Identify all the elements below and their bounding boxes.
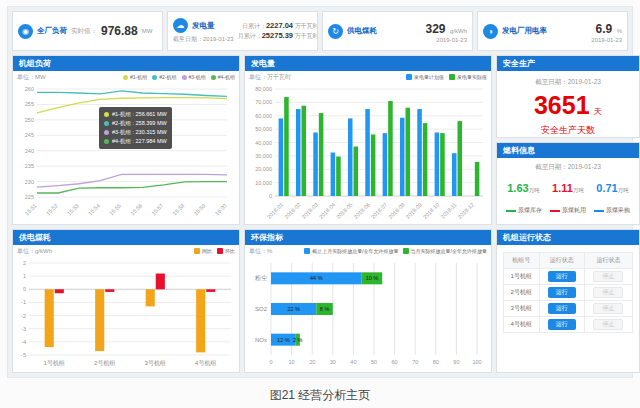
svg-text:50: 50 [371,359,377,365]
svg-text:225: 225 [25,194,34,200]
svg-text:2018-12: 2018-12 [457,201,476,220]
coal-bar-chart[interactable]: -5-4-3-2-10121号机组2号机组3号机组4号机组 [13,257,235,369]
svg-text:15:57: 15:57 [150,202,164,216]
stop-status-badge[interactable]: 停止 [593,271,623,282]
svg-text:2018-04: 2018-04 [318,201,337,220]
environment-legend: 截止上月实际排放总量/全年允许排放量当月实际排放总量/全年允许排放量 [304,248,487,254]
legend-label: #1-机组 [130,74,147,80]
unit-name: 1号机组 [504,269,540,285]
card-title: 发电厂用电率 [502,26,547,36]
legend-item[interactable]: #4-机组 [211,74,235,80]
panel-title: 燃料信息 [497,143,639,158]
run-status-badge[interactable]: 运行 [548,319,576,330]
panel-coal: 供电煤耗 单位：g/kWh 同比环比 -5-4-3-2-10121号机组2号机组… [12,229,240,373]
svg-text:2018-06: 2018-06 [353,201,372,220]
run-status-badge[interactable]: 运行 [548,303,576,314]
panel-unit-load: 机组负荷 单位：MW #1-机组#2-机组#3-机组#4-机组 22523023… [12,55,240,225]
legend-item[interactable]: 同比 [194,248,212,254]
svg-text:245: 245 [25,132,34,138]
legend-item[interactable]: 截止上月实际排放总量/全年允许排放量 [304,248,398,254]
legend-item[interactable]: 发电量计划值 [406,74,444,80]
legend-item[interactable]: 当月实际排放总量/全年允许排放量 [403,248,487,254]
unit-load-line-chart[interactable]: 22523023524024525025526015:5115:5215:531… [13,83,235,223]
tooltip-text: #3-机组 : 230.315 MW [112,128,167,137]
panel-title: 机组运行状态 [497,230,639,245]
stop-status-badge[interactable]: 停止 [593,303,623,314]
tooltip-dot [104,139,109,144]
legend-marker [406,74,412,80]
stop-status-badge[interactable]: 停止 [593,319,623,330]
tooltip-dot [104,130,109,135]
tooltip-row: #4-机组 : 227.984 MW [104,137,167,146]
svg-text:8 %: 8 % [320,306,330,312]
unit-status-table: 机组号运行状态运行状态 1号机组运行停止2号机组运行停止3号机组运行停止4号机组… [503,252,633,333]
legend-label: 原煤库存 [518,206,542,215]
kpi-card-aux-power-rate: ◑ 发电厂用电率 6.9 % 2019-01-23 [477,11,628,51]
legend-label: #3-机组 [189,74,206,80]
card-date-value: 2019-01-23 [203,36,234,42]
legend-item[interactable]: #1-机组 [123,74,147,80]
safety-date-value: 2019-01-23 [568,78,601,85]
svg-text:80,000: 80,000 [255,86,272,92]
card-unit: g/kWh [450,28,467,34]
panel-title: 机组负荷 [13,56,239,71]
legend-item[interactable]: 发电量实际值 [449,74,487,80]
fuel-legend-item[interactable]: 原煤库存 [506,206,542,215]
svg-text:235: 235 [25,163,34,169]
svg-text:2018-01: 2018-01 [266,201,285,220]
safety-days: 3651 天 [497,91,639,120]
panel-environment: 环保指标 单位：% 截止上月实际排放总量/全年允许排放量当月实际排放总量/全年允… [244,229,492,373]
svg-text:230: 230 [25,179,34,185]
environment-hbar-chart[interactable]: 0102030405060708090100粉尘44 %10 %SO222 %8… [245,257,487,369]
generation-bar-chart[interactable]: 010,00020,00030,00040,00050,00060,00070,… [245,83,487,223]
svg-text:2018-03: 2018-03 [301,201,320,220]
svg-text:90: 90 [453,359,459,365]
safety-days-value: 3651 [534,91,590,119]
table-header: 运行状态 [539,253,584,269]
legend-marker [152,75,157,80]
unit-label: 单位：g/kWh [17,247,52,256]
card-title: 全厂负荷 [37,26,67,36]
fuel-legend-item[interactable]: 原煤耗用 [550,206,586,215]
svg-text:20,000: 20,000 [255,166,272,172]
tooltip-text: #4-机组 : 227.984 MW [112,137,167,146]
legend-marker [182,75,187,80]
daily-value: 2227.04 [266,21,293,30]
table-row: 2号机组运行停止 [504,285,633,301]
generation-legend: 发电量计划值发电量实际值 [406,74,487,80]
svg-text:100: 100 [472,359,481,365]
svg-text:44 %: 44 % [310,275,323,281]
unit-label: 单位：MW [17,73,46,82]
svg-text:-3: -3 [21,326,26,332]
run-status-badge[interactable]: 运行 [548,287,576,298]
daily-total: 日累计：2227.04 万千瓦时 [238,21,318,31]
legend-item[interactable]: 环比 [217,248,235,254]
unit-name: 4号机组 [504,317,540,333]
svg-text:15:52: 15:52 [45,202,59,216]
svg-text:15:53: 15:53 [66,202,80,216]
legend-marker [403,248,409,254]
fuel-date-value: 2019-01-23 [568,163,601,170]
stop-status-badge[interactable]: 停止 [593,287,623,298]
legend-label: 发电量实际值 [457,74,487,80]
coal-rate-icon: ↻ [328,24,343,39]
svg-text:250: 250 [25,117,34,123]
plant-load-icon: ◉ [18,24,33,39]
svg-text:2018-09: 2018-09 [405,201,424,220]
legend-label: 发电量计划值 [414,74,444,80]
tooltip-text: #1-机组 : 256.661 MW [112,110,167,119]
line-tooltip: #1-机组 : 256.661 MW#2-机组 : 258.399 MW#3-机… [99,107,172,149]
run-status-badge[interactable]: 运行 [548,271,576,282]
card-title: 发电量 [192,21,215,31]
svg-text:-1: -1 [21,299,26,305]
legend-item[interactable]: #3-机组 [182,74,206,80]
tooltip-text: #2-机组 : 258.399 MW [112,119,167,128]
svg-text:2 %: 2 % [293,337,303,343]
table-row: 4号机组运行停止 [504,317,633,333]
monthly-total: 月累计：25275.39 万千瓦时 [238,31,318,41]
fuel-legend-item[interactable]: 原煤采购 [594,206,630,215]
legend-item[interactable]: #2-机组 [152,74,176,80]
fuel-value: 0.71万吨 [596,178,628,196]
card-value: 329 [426,22,446,36]
svg-text:15:58: 15:58 [172,202,186,216]
